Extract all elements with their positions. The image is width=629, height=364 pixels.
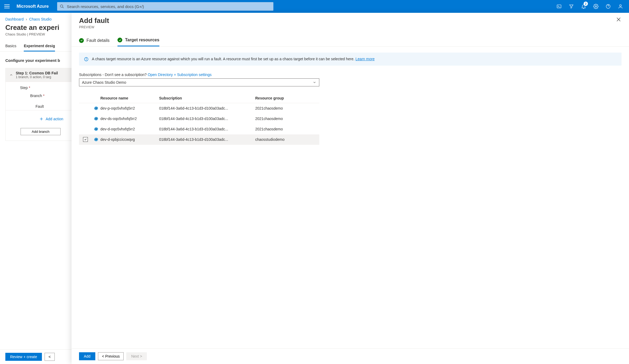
- add-fault-panel: Add fault PREVIEW Fault details Target r…: [72, 13, 629, 364]
- search-icon: [60, 4, 64, 9]
- resource-name-cell: dev-ds-oqo5vhxfq5rr2: [100, 117, 159, 121]
- dropdown-value: Azure Chaos Studio Demo: [82, 80, 126, 85]
- tab-target-resources[interactable]: Target resources: [117, 35, 159, 46]
- subscription-cell: 018bf144-3a6d-4c13-b1d3-d100a03adc...: [159, 106, 255, 110]
- chevron-down-icon: [313, 81, 316, 84]
- next-button[interactable]: Next >: [126, 352, 147, 360]
- settings-icon[interactable]: [591, 1, 601, 12]
- row-checkbox[interactable]: [79, 106, 92, 111]
- chevron-up-icon: [9, 73, 13, 77]
- row-checkbox[interactable]: [79, 116, 92, 121]
- subscription-cell: 018bf144-3a6d-4c13-b1d3-d100a03adc...: [159, 117, 255, 121]
- top-icons: 2: [554, 1, 626, 12]
- panel-body: A chaos target resource is an Azure reso…: [72, 47, 629, 348]
- svg-point-7: [620, 5, 622, 6]
- table-row[interactable]: dev-d-oqo5vhxfq5rr2018bf144-3a6d-4c13-b1…: [79, 124, 319, 134]
- svg-point-17: [96, 108, 97, 109]
- col-resource-group: Resource group: [255, 96, 319, 100]
- row-checkbox[interactable]: [79, 127, 92, 131]
- tab-experiment-design[interactable]: Experiment desig: [24, 41, 55, 51]
- panel-preview-label: PREVIEW: [79, 25, 109, 34]
- step-subtitle: 1 branch, 0 action, 0 targ: [16, 75, 58, 79]
- notification-badge: 2: [584, 2, 588, 6]
- tab-fault-details[interactable]: Fault details: [79, 35, 109, 46]
- check-icon: [117, 38, 122, 42]
- cosmos-db-icon: [92, 106, 100, 111]
- check-icon: [79, 38, 84, 43]
- table-row[interactable]: dev-ds-oqo5vhxfq5rr2018bf144-3a6d-4c13-b…: [79, 114, 319, 124]
- cloud-shell-icon[interactable]: [554, 1, 564, 12]
- svg-point-0: [60, 5, 63, 7]
- svg-point-23: [96, 129, 97, 130]
- add-branch-button[interactable]: Add branch: [21, 128, 61, 135]
- subscription-cell: 018bf144-3a6d-4c13-b1d3-d100a03adc...: [159, 127, 255, 131]
- svg-point-14: [86, 58, 86, 58]
- breadcrumb-dashboard[interactable]: Dashboard: [5, 17, 24, 21]
- row-checkbox[interactable]: [79, 137, 92, 142]
- review-create-button[interactable]: Review + create: [5, 353, 42, 361]
- previous-button-short[interactable]: <: [45, 353, 55, 361]
- account-icon[interactable]: [615, 1, 626, 12]
- col-subscription: Subscription: [159, 96, 255, 100]
- resources-table: Resource name Subscription Resource grou…: [79, 93, 319, 145]
- directory-filter-icon[interactable]: [566, 1, 577, 12]
- notifications-icon[interactable]: 2: [578, 1, 589, 12]
- resource-group-cell: 2021chaosdemo: [255, 117, 319, 121]
- table-row[interactable]: dev-p-oqo5vhxfq5rr2018bf144-3a6d-4c13-b1…: [79, 103, 319, 114]
- subscription-dropdown[interactable]: Azure Chaos Studio Demo: [79, 78, 319, 86]
- resource-name-cell: dev-d-oqo5vhxfq5rr2: [100, 127, 159, 131]
- svg-point-20: [96, 118, 97, 119]
- info-icon: [84, 57, 89, 62]
- brand-label[interactable]: Microsoft Azure: [14, 4, 51, 9]
- close-icon[interactable]: [616, 17, 622, 22]
- panel-footer: Add < Previous Next >: [72, 348, 629, 364]
- cosmos-db-icon: [92, 137, 100, 142]
- tab-basics[interactable]: Basics: [5, 41, 16, 51]
- resource-name-cell: dev-d-xpbjcciccwqvg: [100, 137, 159, 142]
- table-row[interactable]: dev-d-xpbjcciccwqvg018bf144-3a6d-4c13-b1…: [79, 134, 319, 145]
- page-body: Dashboard › Chaos Studio Create an exper…: [0, 13, 629, 364]
- svg-rect-2: [557, 5, 561, 8]
- table-header: Resource name Subscription Resource grou…: [79, 93, 319, 103]
- step-title: Step 1: Cosmos DB Fail: [16, 71, 58, 75]
- panel-step-tabs: Fault details Target resources: [72, 34, 629, 47]
- add-button[interactable]: Add: [79, 352, 95, 360]
- search-input[interactable]: Search resources, services, and docs (G+…: [57, 2, 273, 11]
- subscriptions-label: Subscriptions - Don't see a subscription…: [79, 73, 622, 77]
- svg-line-1: [62, 7, 64, 8]
- resource-group-cell: 2021chaosdemo: [255, 106, 319, 110]
- help-icon[interactable]: [603, 1, 614, 12]
- resource-name-cell: dev-p-oqo5vhxfq5rr2: [100, 106, 159, 110]
- hamburger-menu[interactable]: [3, 3, 11, 10]
- learn-more-link[interactable]: Learn more: [356, 57, 375, 61]
- plus-icon: [39, 117, 44, 121]
- col-resource-name: Resource name: [100, 96, 159, 100]
- cosmos-db-icon: [92, 116, 100, 121]
- topbar: Microsoft Azure Search resources, servic…: [0, 0, 629, 13]
- search-placeholder: Search resources, services, and docs (G+…: [67, 4, 144, 9]
- svg-point-4: [595, 6, 597, 7]
- previous-button[interactable]: < Previous: [98, 352, 124, 360]
- panel-title: Add fault: [79, 17, 109, 25]
- info-box: A chaos target resource is an Azure reso…: [79, 53, 622, 66]
- subscription-cell: 018bf144-3a6d-4c13-b1d3-d100a03adc...: [159, 137, 255, 142]
- info-text: A chaos target resource is an Azure reso…: [92, 57, 356, 61]
- resource-group-cell: 2021chaosdemo: [255, 127, 319, 131]
- svg-point-26: [96, 139, 97, 140]
- cosmos-db-icon: [92, 127, 100, 131]
- open-directory-link[interactable]: Open Directory + Subscription settings: [148, 73, 211, 77]
- breadcrumb-sep: ›: [26, 17, 27, 21]
- breadcrumb-chaos[interactable]: Chaos Studio: [29, 17, 52, 21]
- resource-group-cell: chaosstudiodemo: [255, 137, 319, 142]
